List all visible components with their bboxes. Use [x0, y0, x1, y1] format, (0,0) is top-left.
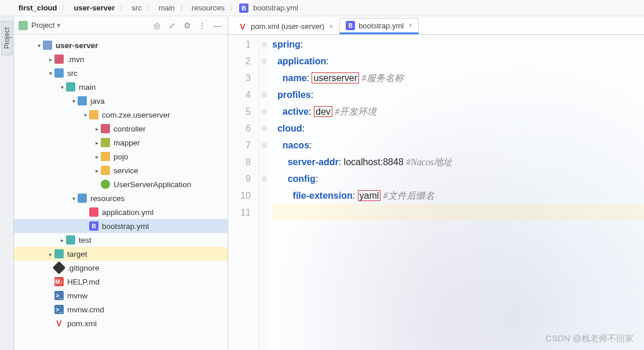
- crumb-main[interactable]: main: [156, 3, 177, 12]
- more-icon[interactable]: ⋮: [196, 20, 208, 31]
- tree-item[interactable]: Vpom.xml: [14, 316, 228, 330]
- chevron-icon[interactable]: ▸: [93, 140, 101, 146]
- tree-item[interactable]: ▸test: [14, 233, 228, 247]
- tree-item[interactable]: ▸service: [14, 163, 228, 177]
- code-line[interactable]: [272, 204, 644, 221]
- project-tree[interactable]: ▾user-server▸.mvn▾src▾main▾java▾com.zxe.…: [14, 35, 228, 350]
- code-line[interactable]: application:: [272, 53, 644, 70]
- tree-item[interactable]: ▸mapper: [14, 136, 228, 150]
- fold-red-icon: [101, 124, 110, 133]
- crumb-file[interactable]: bootstrap.yml: [251, 3, 301, 12]
- panel-dropdown-icon[interactable]: ▾: [57, 21, 61, 30]
- tree-item[interactable]: M↓HELP.md: [14, 275, 228, 289]
- tree-item[interactable]: ▸target: [14, 247, 228, 261]
- chevron-icon[interactable]: ▾: [81, 112, 89, 118]
- line-number: 2: [228, 53, 251, 70]
- tree-item[interactable]: Bbootstrap.yml: [14, 219, 228, 233]
- tree-item-label: mvnw: [67, 291, 87, 300]
- tree-item[interactable]: ▸pojo: [14, 150, 228, 163]
- file-v-icon: V: [238, 22, 247, 31]
- tree-item[interactable]: .gitignore: [14, 261, 228, 275]
- code-editor[interactable]: 1234567891011 ⊟⊟⊟⊟⊟⊟⊟ spring: applicatio…: [228, 35, 644, 350]
- chevron-icon[interactable]: ▾: [46, 70, 54, 76]
- code-line[interactable]: profiles:: [272, 86, 644, 103]
- tree-item-label: .gitignore: [67, 264, 100, 272]
- fold-marker[interactable]: ⊟: [259, 170, 269, 187]
- tree-item[interactable]: ▾resources: [14, 191, 228, 205]
- fold-marker[interactable]: [259, 187, 269, 204]
- crumb-resources[interactable]: resources: [189, 3, 227, 12]
- chevron-icon[interactable]: ▸: [46, 251, 54, 257]
- tree-item-label: mapper: [114, 138, 140, 147]
- editor-tab[interactable]: Bbootstrap.yml×: [339, 18, 419, 34]
- code-line[interactable]: spring:: [272, 36, 644, 53]
- tree-item[interactable]: >_mvnw: [14, 289, 228, 302]
- crumb-root[interactable]: first_cloud: [16, 3, 59, 12]
- tree-item-label: HELP.md: [67, 278, 100, 286]
- tree-item[interactable]: >_mvnw.cmd: [14, 302, 228, 316]
- chevron-icon[interactable]: ▾: [69, 195, 78, 202]
- file-sh-icon: >_: [54, 305, 64, 314]
- fold-column[interactable]: ⊟⊟⊟⊟⊟⊟⊟: [259, 35, 269, 350]
- tree-item-label: service: [114, 166, 138, 175]
- tree-item-label: main: [79, 83, 96, 92]
- chevron-icon[interactable]: ▸: [58, 237, 66, 243]
- tree-item-label: controller: [114, 125, 146, 133]
- tree-item[interactable]: UserServerApplication: [14, 177, 228, 191]
- line-number: 8: [228, 154, 251, 170]
- crumb-src[interactable]: src: [129, 3, 144, 12]
- chevron-icon[interactable]: ▸: [93, 154, 101, 160]
- chevron-icon[interactable]: ▸: [93, 126, 101, 132]
- chevron-icon[interactable]: ▾: [69, 98, 78, 104]
- minimize-icon[interactable]: —: [211, 20, 223, 31]
- target-icon[interactable]: ◎: [151, 20, 163, 31]
- tree-item[interactable]: application.yml: [14, 205, 228, 219]
- code-content[interactable]: spring: application: name: userserver #服…: [269, 35, 644, 350]
- tree-item-label: pojo: [114, 152, 129, 161]
- code-line[interactable]: config:: [272, 170, 644, 187]
- tree-item[interactable]: ▾src: [14, 66, 228, 80]
- tab-label: pom.xml (user-server): [251, 22, 324, 31]
- file-v-icon: V: [54, 319, 64, 328]
- chevron-icon[interactable]: ▾: [35, 42, 43, 49]
- fold-marker[interactable]: ⊟: [259, 36, 269, 53]
- tree-item[interactable]: ▾java: [14, 94, 228, 108]
- fold-marker[interactable]: ⊟: [259, 103, 269, 120]
- line-number: 3: [228, 70, 251, 86]
- fold-marker[interactable]: ⊟: [259, 137, 269, 154]
- tree-item-label: pom.xml: [67, 319, 97, 328]
- fold-marker[interactable]: [259, 70, 269, 86]
- code-line[interactable]: cloud:: [272, 120, 644, 137]
- tree-item-label: user-server: [56, 41, 98, 50]
- crumb-module[interactable]: user-server: [71, 3, 117, 12]
- fold-marker[interactable]: ⊟: [259, 53, 269, 70]
- fold-marker[interactable]: [259, 204, 269, 221]
- code-line[interactable]: name: userserver #服务名称: [272, 70, 644, 86]
- line-number: 10: [228, 187, 251, 204]
- fold-marker[interactable]: ⊟: [259, 120, 269, 137]
- close-icon[interactable]: ×: [408, 21, 412, 30]
- fold-marker[interactable]: ⊟: [259, 86, 269, 103]
- expand-icon[interactable]: ⤢: [166, 20, 178, 31]
- project-tool-tab[interactable]: Project: [1, 21, 13, 55]
- fold-teal-icon: [66, 235, 75, 245]
- tree-item[interactable]: ▾user-server: [14, 38, 228, 52]
- chevron-icon[interactable]: ▾: [58, 84, 66, 90]
- code-line[interactable]: file-extension: yaml #文件后缀名: [272, 187, 644, 204]
- tree-item[interactable]: ▾com.zxe.userserver: [14, 108, 228, 122]
- panel-title[interactable]: Project: [31, 21, 54, 30]
- code-line[interactable]: server-addr: localhost:8848 #Nacos地址: [272, 154, 644, 170]
- tree-item[interactable]: ▸.mvn: [14, 52, 228, 66]
- fold-marker[interactable]: [259, 154, 269, 170]
- tree-item[interactable]: ▾main: [14, 80, 228, 94]
- chevron-icon[interactable]: ▸: [93, 167, 101, 174]
- tree-item[interactable]: ▸controller: [14, 122, 228, 136]
- line-number: 6: [228, 120, 251, 137]
- editor-area: Vpom.xml (user-server)×Bbootstrap.yml× 1…: [228, 16, 644, 350]
- code-line[interactable]: active: dev #开发环境: [272, 103, 644, 120]
- gear-icon[interactable]: ⚙: [181, 20, 193, 31]
- code-line[interactable]: nacos:: [272, 137, 644, 154]
- close-icon[interactable]: ×: [329, 23, 333, 31]
- editor-tab[interactable]: Vpom.xml (user-server)×: [232, 18, 339, 34]
- chevron-icon[interactable]: ▸: [46, 56, 54, 63]
